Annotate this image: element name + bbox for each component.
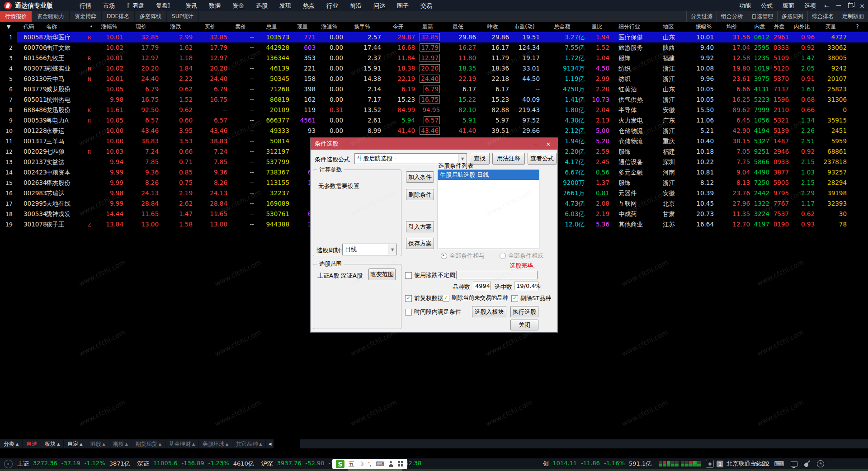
- bolt-icon[interactable]: ϟ: [817, 460, 824, 467]
- col-header-avg-price[interactable]: 均价: [714, 22, 750, 32]
- table-row[interactable]: 7605011杭州热电9.9816.751.5216.75--868191620…: [0, 94, 868, 105]
- col-header-turnover[interactable]: 换手%: [343, 22, 381, 32]
- radio-all-or[interactable]: 全部条件相或: [500, 252, 543, 260]
- table-row[interactable]: 5603130云中马N10.0124.402.2224.40--50345158…: [0, 74, 868, 84]
- bottom-tab-自选[interactable]: 自选: [23, 439, 41, 448]
- punctuation-icon[interactable]: ’,: [368, 461, 372, 467]
- table-row[interactable]: 6603779威龙股份10.056.790.626.79--712683980.…: [0, 84, 868, 94]
- col-header-volume-ratio[interactable]: 量比: [585, 22, 609, 32]
- moon-icon[interactable]: ☽: [359, 461, 364, 467]
- table-row[interactable]: 3601566九牧王R10.0112.971.1812.97--13634435…: [0, 53, 868, 63]
- col-header-in-out-ratio[interactable]: 内外比: [789, 22, 815, 32]
- index-深证[interactable]: 深证11005.6-136.89-1.23%4610亿: [137, 460, 254, 468]
- col-header-prev-close[interactable]: 昨收: [476, 22, 509, 32]
- col-header-low[interactable]: 最低: [440, 22, 476, 32]
- col-header-num[interactable]: ▼: [0, 22, 17, 32]
- radio-all-and[interactable]: 全部条件相与: [441, 252, 485, 260]
- menu-faxian[interactable]: 发现: [274, 2, 297, 10]
- bottom-tab-港股[interactable]: 港股▲: [86, 439, 109, 448]
- menu-qianyan[interactable]: 前沿: [344, 2, 368, 10]
- btn-zonghe-paiming[interactable]: 综合排名: [807, 11, 838, 22]
- grid-icon[interactable]: [398, 461, 404, 467]
- menu-hangqing[interactable]: 行情: [74, 2, 97, 10]
- col-header-help[interactable]: ?: [847, 22, 868, 32]
- close-icon[interactable]: ×: [856, 0, 868, 11]
- dialog-minimize-icon[interactable]: ─: [531, 141, 541, 147]
- menu-redian[interactable]: 热点: [297, 2, 321, 10]
- tab-zijin-boyi[interactable]: 资金博弈: [70, 11, 102, 22]
- btn-dingzhi-banmian[interactable]: 定制版面: [838, 11, 868, 22]
- col-header-industry[interactable]: 细分行业: [609, 22, 660, 32]
- col-header-pct-change[interactable]: 涨幅%: [95, 22, 123, 32]
- menu-wenda[interactable]: 问达: [368, 2, 391, 10]
- table-row[interactable]: 9000539粤电力AR10.056.570.606.57--666377456…: [0, 115, 868, 126]
- condition-list-item-selected[interactable]: 牛股启航选股 日线: [438, 170, 539, 180]
- close-button[interactable]: 关闭: [510, 320, 538, 330]
- col-header-outer-volume[interactable]: 外盘: [769, 22, 789, 32]
- tab-zijin-qudongli[interactable]: 资金驱动力: [32, 11, 70, 22]
- col-header-name[interactable]: 名称: [46, 22, 88, 32]
- connection-icon[interactable]: ◉: [706, 460, 714, 468]
- table-row[interactable]: 4603073彩蝶实业N10.0220.201.8420.20--4613922…: [0, 63, 868, 74]
- menu-xuangu[interactable]: 选股: [250, 2, 274, 10]
- keyboard-icon[interactable]: ⌨: [376, 461, 384, 467]
- expand-icon[interactable]: »: [4, 460, 13, 468]
- col-header-high[interactable]: 最高: [415, 22, 440, 32]
- col-header-total-volume[interactable]: 总量: [254, 22, 289, 32]
- col-header-amplitude[interactable]: 振幅%: [693, 22, 714, 32]
- col-header-bid[interactable]: 买价: [193, 22, 227, 32]
- menu-gongneng[interactable]: 功能: [734, 2, 756, 10]
- bottom-tab-美股环球[interactable]: 美股环球▲: [199, 439, 232, 448]
- restore-icon[interactable]: [844, 0, 856, 11]
- btn-zixuan-guanli[interactable]: 自选管理: [747, 11, 777, 22]
- col-header-speed[interactable]: 涨速%: [316, 22, 343, 32]
- satellite-icon[interactable]: [804, 461, 810, 467]
- col-header-code[interactable]: 代码: [17, 22, 46, 32]
- bottom-tab-其它品种[interactable]: 其它品种▲: [232, 439, 266, 448]
- checkbox-timerange[interactable]: 时间段内满足条件: [405, 308, 461, 316]
- tab-sup-tongji[interactable]: SUP统计: [167, 11, 199, 22]
- menu-jiaoyi[interactable]: 交易: [415, 2, 438, 10]
- btn-duogu-tonglie[interactable]: 多股同列: [777, 11, 807, 22]
- variable-period-field[interactable]: [456, 271, 538, 279]
- menu-shichang[interactable]: 市场: [97, 2, 121, 10]
- menu-zijin[interactable]: 资金: [226, 2, 250, 10]
- tab-hangqing-baojia[interactable]: 行情报价: [0, 11, 32, 22]
- bottom-tab-分类[interactable]: 分类▲: [0, 439, 23, 448]
- checkbox-remove-untraded[interactable]: ✓剔除当前未交易的品种: [443, 294, 508, 302]
- execute-pick-button[interactable]: 执行选股: [510, 306, 538, 317]
- chevron-down-icon[interactable]: ▼: [388, 244, 396, 255]
- bottom-tab-板块[interactable]: 板块▲: [41, 439, 64, 448]
- dialog-titlebar[interactable]: 条件选股 ─ ×: [311, 138, 557, 150]
- col-header-price[interactable]: 现价: [123, 22, 159, 32]
- col-header-inner-volume[interactable]: 内盘: [750, 22, 769, 32]
- tab-scroll-left-icon[interactable]: ◀: [266, 439, 274, 448]
- index-创[interactable]: 创1014.11-11.86-1.16%591.1亿: [542, 460, 651, 468]
- menu-banmian[interactable]: 版面: [778, 2, 799, 10]
- sogou-ime-icon[interactable]: S: [336, 460, 344, 468]
- col-header-buy-volume[interactable]: 买量: [815, 22, 847, 32]
- index-上证[interactable]: 上证3272.36-37.19-1.12%3871亿: [17, 460, 130, 468]
- usage-note-button[interactable]: 用法注释: [492, 153, 525, 165]
- minimize-icon[interactable]: [833, 0, 844, 11]
- col-header-change[interactable]: 涨跌: [159, 22, 193, 32]
- monitor-icon[interactable]: [791, 462, 797, 466]
- keyboard-icon[interactable]: ⌨: [774, 460, 784, 468]
- pick-to-block-button[interactable]: 选股入板块: [472, 306, 506, 317]
- view-formula-button[interactable]: 查看公式: [528, 153, 557, 165]
- bottom-tab-期货现货[interactable]: 期货现货▲: [132, 439, 165, 448]
- dialog-close-icon[interactable]: ×: [543, 141, 553, 147]
- change-range-button[interactable]: 改变范围: [368, 268, 396, 280]
- bottom-tab-期权[interactable]: 期权▲: [109, 439, 132, 448]
- menu-fupan[interactable]: 复盘〗: [150, 2, 179, 10]
- col-header-amount[interactable]: 总金额: [540, 22, 585, 32]
- col-header-cur-volume[interactable]: 现量: [289, 22, 316, 32]
- period-combobox[interactable]: 日线 ▼: [342, 244, 397, 255]
- col-header-mark[interactable]: •: [88, 22, 95, 32]
- menu-gongshi[interactable]: 公式: [756, 2, 778, 10]
- ime-toolbar[interactable]: S 五 ☽ ’, ⌨: [332, 459, 407, 469]
- col-header-open[interactable]: 今开: [381, 22, 415, 32]
- menu-shuju[interactable]: 数据: [203, 2, 226, 10]
- back-icon[interactable]: ←: [821, 0, 833, 11]
- add-condition-button[interactable]: 加入条件: [406, 171, 434, 183]
